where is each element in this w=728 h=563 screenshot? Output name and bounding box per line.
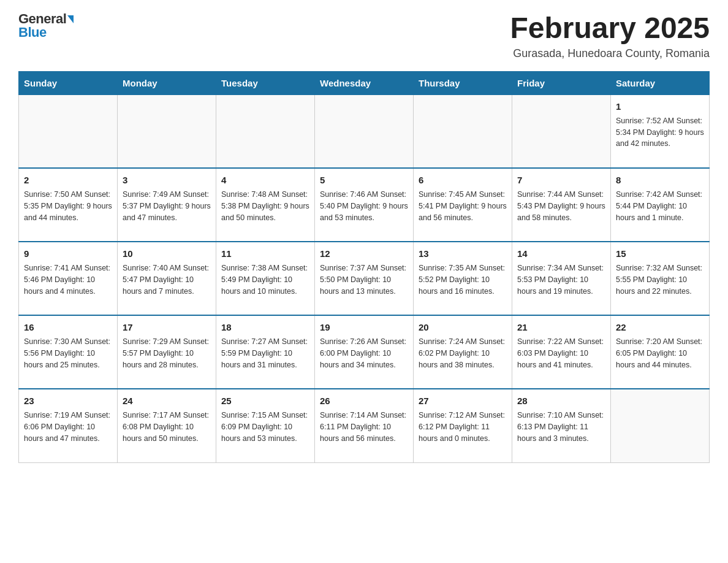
calendar-cell: 18Sunrise: 7:27 AM Sunset: 5:59 PM Dayli…: [216, 315, 315, 389]
day-info: Sunrise: 7:34 AM Sunset: 5:53 PM Dayligh…: [517, 262, 605, 297]
calendar-cell: 3Sunrise: 7:49 AM Sunset: 5:37 PM Daylig…: [118, 168, 216, 242]
calendar-cell: 17Sunrise: 7:29 AM Sunset: 5:57 PM Dayli…: [118, 315, 216, 389]
calendar-cell: 5Sunrise: 7:46 AM Sunset: 5:40 PM Daylig…: [315, 168, 414, 242]
day-number: 19: [320, 321, 408, 334]
day-info: Sunrise: 7:30 AM Sunset: 5:56 PM Dayligh…: [24, 336, 112, 370]
day-number: 5: [320, 174, 408, 186]
calendar-title: February 2025: [510, 12, 710, 45]
day-info: Sunrise: 7:52 AM Sunset: 5:34 PM Dayligh…: [616, 115, 704, 150]
calendar-cell: 4Sunrise: 7:48 AM Sunset: 5:38 PM Daylig…: [216, 168, 315, 242]
day-header-thursday: Thursday: [414, 71, 512, 94]
day-info: Sunrise: 7:44 AM Sunset: 5:43 PM Dayligh…: [517, 189, 605, 223]
day-info: Sunrise: 7:40 AM Sunset: 5:47 PM Dayligh…: [123, 262, 211, 297]
day-number: 22: [616, 321, 704, 334]
day-info: Sunrise: 7:50 AM Sunset: 5:35 PM Dayligh…: [24, 189, 112, 223]
calendar-cell: 6Sunrise: 7:45 AM Sunset: 5:41 PM Daylig…: [414, 168, 512, 242]
day-number: 21: [517, 321, 605, 334]
calendar-cell: [414, 94, 512, 168]
day-info: Sunrise: 7:15 AM Sunset: 6:09 PM Dayligh…: [221, 410, 309, 444]
day-info: Sunrise: 7:12 AM Sunset: 6:12 PM Dayligh…: [419, 410, 507, 444]
day-info: Sunrise: 7:49 AM Sunset: 5:37 PM Dayligh…: [123, 189, 211, 223]
calendar-cell: 22Sunrise: 7:20 AM Sunset: 6:05 PM Dayli…: [611, 315, 710, 389]
logo-blue-text: Blue: [18, 26, 47, 39]
calendar-cell: 14Sunrise: 7:34 AM Sunset: 5:53 PM Dayli…: [512, 242, 611, 315]
day-number: 23: [24, 394, 112, 407]
day-number: 26: [320, 394, 408, 407]
day-header-sunday: Sunday: [19, 71, 118, 94]
day-number: 11: [221, 247, 309, 260]
calendar-cell: 28Sunrise: 7:10 AM Sunset: 6:13 PM Dayli…: [512, 389, 611, 462]
calendar-cell: 15Sunrise: 7:32 AM Sunset: 5:55 PM Dayli…: [611, 242, 710, 315]
day-info: Sunrise: 7:45 AM Sunset: 5:41 PM Dayligh…: [419, 189, 507, 223]
day-number: 14: [517, 247, 605, 260]
day-number: 12: [320, 247, 408, 260]
day-number: 1: [616, 100, 704, 113]
day-info: Sunrise: 7:26 AM Sunset: 6:00 PM Dayligh…: [320, 336, 408, 370]
day-number: 9: [24, 247, 112, 260]
calendar-header-row: SundayMondayTuesdayWednesdayThursdayFrid…: [19, 71, 710, 94]
page-header: General Blue February 2025 Gurasada, Hun…: [18, 12, 710, 60]
calendar-cell: 16Sunrise: 7:30 AM Sunset: 5:56 PM Dayli…: [19, 315, 118, 389]
day-number: 15: [616, 247, 704, 260]
calendar-cell: [512, 94, 611, 168]
day-number: 10: [123, 247, 211, 260]
day-number: 18: [221, 321, 309, 334]
day-header-wednesday: Wednesday: [315, 71, 414, 94]
day-number: 6: [419, 174, 507, 186]
day-info: Sunrise: 7:19 AM Sunset: 6:06 PM Dayligh…: [24, 410, 112, 444]
day-info: Sunrise: 7:35 AM Sunset: 5:52 PM Dayligh…: [419, 262, 507, 297]
calendar-cell: 21Sunrise: 7:22 AM Sunset: 6:03 PM Dayli…: [512, 315, 611, 389]
week-row-5: 23Sunrise: 7:19 AM Sunset: 6:06 PM Dayli…: [19, 389, 710, 462]
week-row-2: 2Sunrise: 7:50 AM Sunset: 5:35 PM Daylig…: [19, 168, 710, 242]
calendar-cell: 7Sunrise: 7:44 AM Sunset: 5:43 PM Daylig…: [512, 168, 611, 242]
day-number: 3: [123, 174, 211, 186]
day-header-monday: Monday: [118, 71, 216, 94]
day-number: 2: [24, 174, 112, 186]
calendar-cell: 13Sunrise: 7:35 AM Sunset: 5:52 PM Dayli…: [414, 242, 512, 315]
day-number: 25: [221, 394, 309, 407]
day-info: Sunrise: 7:37 AM Sunset: 5:50 PM Dayligh…: [320, 262, 408, 297]
day-number: 4: [221, 174, 309, 186]
day-number: 17: [123, 321, 211, 334]
logo-arrow-icon: [67, 15, 74, 23]
day-number: 7: [517, 174, 605, 186]
calendar-subtitle: Gurasada, Hunedoara County, Romania: [510, 47, 710, 60]
day-header-tuesday: Tuesday: [216, 71, 315, 94]
calendar-cell: 10Sunrise: 7:40 AM Sunset: 5:47 PM Dayli…: [118, 242, 216, 315]
day-header-saturday: Saturday: [611, 71, 710, 94]
day-info: Sunrise: 7:48 AM Sunset: 5:38 PM Dayligh…: [221, 189, 309, 223]
day-info: Sunrise: 7:38 AM Sunset: 5:49 PM Dayligh…: [221, 262, 309, 297]
day-number: 24: [123, 394, 211, 407]
day-number: 13: [419, 247, 507, 260]
calendar-cell: [611, 389, 710, 462]
calendar-cell: 27Sunrise: 7:12 AM Sunset: 6:12 PM Dayli…: [414, 389, 512, 462]
day-header-friday: Friday: [512, 71, 611, 94]
day-info: Sunrise: 7:10 AM Sunset: 6:13 PM Dayligh…: [517, 410, 605, 444]
calendar-cell: 26Sunrise: 7:14 AM Sunset: 6:11 PM Dayli…: [315, 389, 414, 462]
calendar-cell: 8Sunrise: 7:42 AM Sunset: 5:44 PM Daylig…: [611, 168, 710, 242]
day-info: Sunrise: 7:22 AM Sunset: 6:03 PM Dayligh…: [517, 336, 605, 370]
day-info: Sunrise: 7:29 AM Sunset: 5:57 PM Dayligh…: [123, 336, 211, 370]
day-info: Sunrise: 7:42 AM Sunset: 5:44 PM Dayligh…: [616, 189, 704, 223]
day-info: Sunrise: 7:20 AM Sunset: 6:05 PM Dayligh…: [616, 336, 704, 370]
title-block: February 2025 Gurasada, Hunedoara County…: [510, 12, 710, 60]
day-number: 16: [24, 321, 112, 334]
calendar-cell: 12Sunrise: 7:37 AM Sunset: 5:50 PM Dayli…: [315, 242, 414, 315]
day-info: Sunrise: 7:46 AM Sunset: 5:40 PM Dayligh…: [320, 189, 408, 223]
calendar-cell: 1Sunrise: 7:52 AM Sunset: 5:34 PM Daylig…: [611, 94, 710, 168]
day-info: Sunrise: 7:27 AM Sunset: 5:59 PM Dayligh…: [221, 336, 309, 370]
logo: General Blue: [18, 12, 74, 39]
week-row-1: 1Sunrise: 7:52 AM Sunset: 5:34 PM Daylig…: [19, 94, 710, 168]
calendar-cell: 9Sunrise: 7:41 AM Sunset: 5:46 PM Daylig…: [19, 242, 118, 315]
calendar-cell: 24Sunrise: 7:17 AM Sunset: 6:08 PM Dayli…: [118, 389, 216, 462]
calendar-cell: [19, 94, 118, 168]
day-number: 28: [517, 394, 605, 407]
calendar-cell: [216, 94, 315, 168]
calendar-table: SundayMondayTuesdayWednesdayThursdayFrid…: [18, 71, 710, 463]
day-info: Sunrise: 7:41 AM Sunset: 5:46 PM Dayligh…: [24, 262, 112, 297]
day-info: Sunrise: 7:32 AM Sunset: 5:55 PM Dayligh…: [616, 262, 704, 297]
calendar-cell: 25Sunrise: 7:15 AM Sunset: 6:09 PM Dayli…: [216, 389, 315, 462]
calendar-cell: [315, 94, 414, 168]
calendar-cell: 19Sunrise: 7:26 AM Sunset: 6:00 PM Dayli…: [315, 315, 414, 389]
calendar-cell: 23Sunrise: 7:19 AM Sunset: 6:06 PM Dayli…: [19, 389, 118, 462]
